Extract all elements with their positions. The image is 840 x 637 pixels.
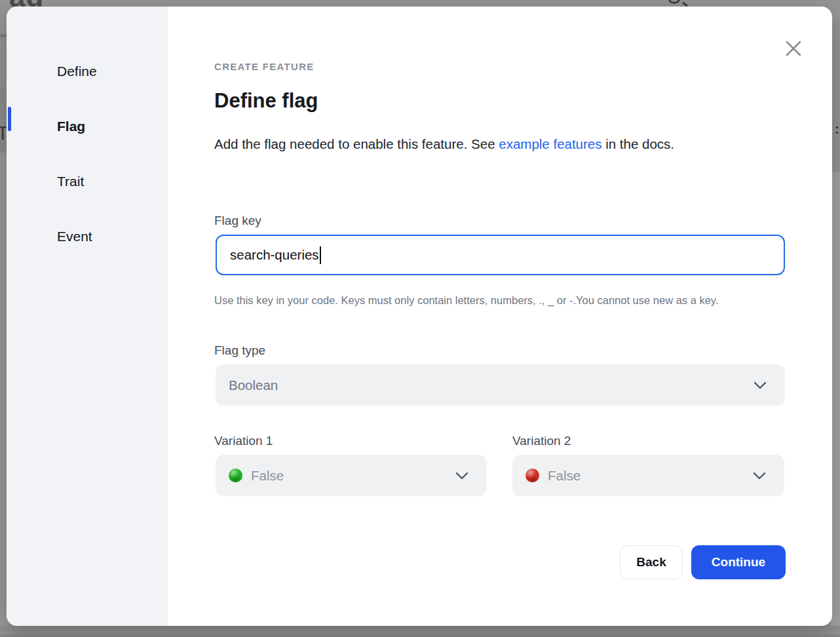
example-features-link[interactable]: example features	[499, 136, 601, 151]
flag-type-select[interactable]: Boolean	[216, 364, 785, 406]
background-bottom-strip	[0, 626, 840, 637]
green-dot-icon	[229, 469, 242, 482]
page-title: Define flag	[214, 89, 318, 113]
background-panel-fragment	[831, 172, 840, 626]
sidebar-item-flag[interactable]: Flag	[57, 119, 85, 134]
sidebar-item-define[interactable]: Define	[57, 64, 97, 79]
sidebar-item-event[interactable]: Event	[57, 229, 92, 244]
active-step-indicator	[8, 107, 11, 131]
modal-content: CREATE FEATURE Define flag Add the flag …	[214, 7, 786, 626]
flag-type-label: Flag type	[214, 343, 265, 358]
description-after-link: in the docs.	[602, 136, 675, 151]
background-text-fragment: :	[835, 121, 839, 138]
red-dot-icon	[525, 469, 539, 482]
variation-1-label: Variation 1	[214, 434, 273, 448]
eyebrow-label: CREATE FEATURE	[214, 61, 315, 72]
variation-2-label: Variation 2	[512, 434, 571, 448]
continue-button[interactable]: Continue	[691, 545, 786, 579]
chevron-down-icon	[754, 381, 767, 389]
close-button[interactable]	[784, 39, 803, 58]
flag-key-input[interactable]: search-queries	[216, 235, 785, 275]
wizard-steps-sidebar: Define Flag Trait Event	[7, 7, 168, 626]
chevron-down-icon	[455, 472, 468, 480]
back-button[interactable]: Back	[620, 545, 683, 579]
sidebar-item-trait[interactable]: Trait	[57, 174, 84, 189]
variation-2-select[interactable]: False	[512, 455, 784, 496]
close-icon	[785, 40, 802, 57]
flag-type-value: Boolean	[229, 377, 278, 393]
variation-2-value: False	[548, 468, 581, 484]
create-feature-modal: Define Flag Trait Event CREATE FEATURE D…	[7, 7, 832, 626]
flag-key-value: search-queries	[230, 247, 319, 263]
search-icon-fragment	[668, 0, 681, 4]
variation-1-value: False	[251, 468, 284, 484]
variation-1-select[interactable]: False	[216, 455, 487, 496]
text-cursor	[320, 246, 321, 264]
description-before-link: Add the flag needed to enable this featu…	[214, 136, 499, 151]
description-text: Add the flag needed to enable this featu…	[214, 132, 753, 156]
flag-key-help-text: Use this key in your code. Keys must onl…	[214, 292, 775, 308]
chevron-down-icon	[753, 472, 766, 480]
flag-key-label: Flag key	[214, 214, 261, 228]
